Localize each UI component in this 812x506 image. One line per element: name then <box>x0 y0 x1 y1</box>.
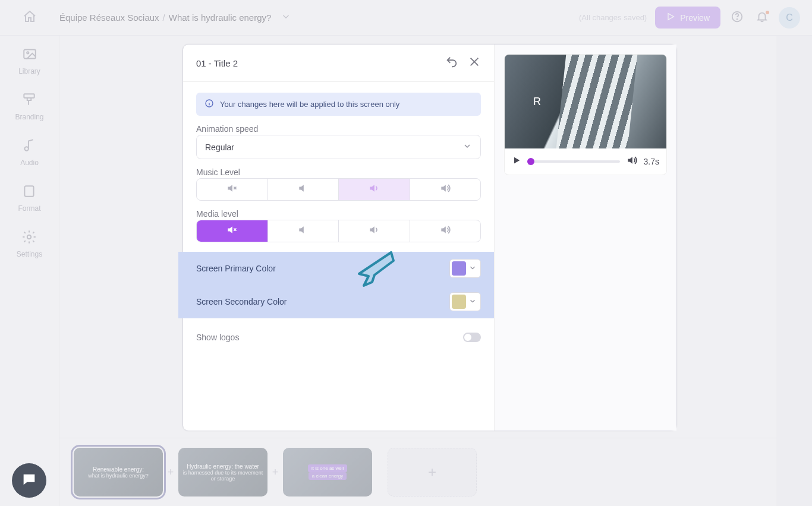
preview-volume-button[interactable] <box>626 154 638 169</box>
dialog-title: 01 - Title 2 <box>196 58 238 68</box>
primary-color-row: Screen Primary Color <box>196 252 481 285</box>
volume-medium-icon <box>368 182 380 197</box>
music-level-medium[interactable] <box>339 179 410 200</box>
volume-medium-icon <box>368 224 380 238</box>
info-banner-text: Your changes here will be applied to thi… <box>220 100 399 109</box>
preview-controls: 3.7s <box>505 148 666 175</box>
chat-button[interactable] <box>12 463 46 498</box>
preview-duration: 3.7s <box>644 157 659 166</box>
music-level-segmented <box>196 178 481 201</box>
show-logos-label: Show logos <box>196 333 239 342</box>
chevron-down-icon <box>468 297 477 307</box>
preview-overlay-text: R <box>533 96 541 108</box>
music-level-low[interactable] <box>268 179 339 200</box>
primary-color-label: Screen Primary Color <box>196 264 276 273</box>
close-button[interactable] <box>468 55 481 71</box>
media-level-medium[interactable] <box>339 220 410 242</box>
volume-low-icon <box>297 224 309 238</box>
secondary-color-row: Screen Secondary Color <box>196 285 481 318</box>
volume-high-icon <box>439 182 451 197</box>
preview-card: R 3.7s <box>504 54 667 175</box>
animation-speed-label: Animation speed <box>196 124 481 134</box>
animation-speed-select[interactable]: Regular <box>196 135 481 159</box>
volume-low-icon <box>297 182 309 197</box>
preview-thumbnail[interactable]: R <box>505 55 666 148</box>
color-rows-highlight: Screen Primary Color Screen Secondary Co… <box>178 252 494 318</box>
chevron-down-icon <box>468 264 477 274</box>
volume-mute-icon <box>226 224 238 238</box>
show-logos-row: Show logos <box>196 327 481 342</box>
media-level-high[interactable] <box>410 220 481 242</box>
media-level-segmented <box>196 220 481 242</box>
music-level-mute[interactable] <box>197 179 268 200</box>
primary-color-swatch <box>452 261 466 276</box>
animation-speed-value: Regular <box>205 143 234 152</box>
screen-settings-dialog: 01 - Title 2 Your changes here will be a… <box>182 44 677 431</box>
primary-color-picker[interactable] <box>449 259 481 278</box>
music-level-label: Music Level <box>196 167 481 177</box>
media-level-low[interactable] <box>268 220 339 242</box>
dialog-header: 01 - Title 2 <box>183 45 494 82</box>
preview-scrubber[interactable] <box>527 160 620 163</box>
secondary-color-label: Screen Secondary Color <box>196 297 287 306</box>
show-logos-toggle[interactable] <box>463 333 481 342</box>
info-icon <box>204 99 214 110</box>
secondary-color-picker[interactable] <box>449 292 481 311</box>
secondary-color-swatch <box>452 295 466 309</box>
info-banner: Your changes here will be applied to thi… <box>196 93 481 116</box>
chevron-down-icon <box>462 141 472 153</box>
scrubber-handle[interactable] <box>527 158 534 165</box>
media-level-label: Media level <box>196 209 481 219</box>
media-level-mute[interactable] <box>197 220 268 242</box>
music-level-high[interactable] <box>410 179 481 200</box>
play-button[interactable] <box>512 156 521 167</box>
undo-button[interactable] <box>445 55 458 71</box>
volume-high-icon <box>439 224 451 238</box>
dialog-preview-panel: R 3.7s <box>495 45 676 431</box>
volume-mute-icon <box>226 182 238 197</box>
chat-icon <box>21 471 37 490</box>
